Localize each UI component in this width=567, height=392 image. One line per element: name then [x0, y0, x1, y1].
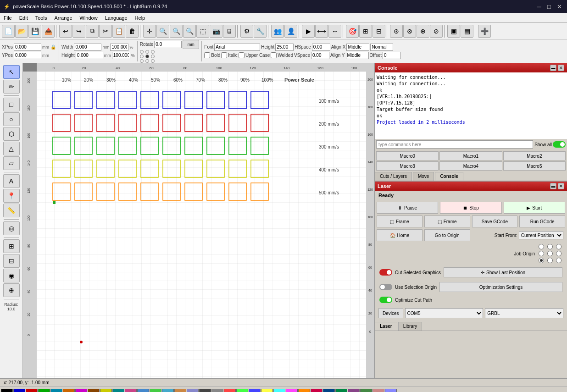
pivot-br[interactable]	[151, 59, 155, 63]
xpos-input[interactable]	[14, 44, 41, 51]
optimize-toggle[interactable]	[379, 297, 392, 303]
menu-language[interactable]: Language	[101, 13, 131, 23]
ellipse-tool[interactable]: ○	[3, 112, 20, 126]
palette-item-22[interactable]: 22	[273, 389, 285, 392]
copy-button[interactable]: ⧉	[86, 25, 99, 38]
grbl-select[interactable]: GRBL	[485, 308, 563, 318]
monitor-button[interactable]: 🖥	[223, 25, 236, 38]
vspace-input[interactable]	[311, 52, 329, 59]
console-input[interactable]	[376, 140, 533, 149]
select-tool[interactable]: ↖	[3, 65, 20, 79]
bold-check[interactable]	[204, 52, 210, 58]
palette-item-23[interactable]: 23	[286, 389, 298, 392]
hspace-input[interactable]	[312, 44, 330, 51]
console-minimize-btn[interactable]: ▬	[550, 65, 556, 71]
macro-0-btn[interactable]: Macro0	[376, 151, 439, 160]
home-button[interactable]: 🏠 Home	[377, 229, 422, 241]
palette-item-09[interactable]: 09	[112, 389, 124, 392]
export-button[interactable]: 📤	[42, 25, 55, 38]
palette-item-14[interactable]: 14	[174, 389, 186, 392]
console-close-btn[interactable]: ✕	[558, 65, 564, 71]
origin-mr[interactable]	[556, 251, 561, 256]
drawing-canvas[interactable]: 10% 20% 30% 40% 50% 60% 70% 80% 90% 100%…	[37, 72, 374, 378]
node4-button[interactable]: ⊘	[430, 25, 443, 38]
menu-help[interactable]: Help	[131, 13, 149, 23]
open-button[interactable]: 📂	[15, 25, 28, 38]
upper-check[interactable]	[239, 52, 245, 58]
camera-button[interactable]: 📷	[210, 25, 222, 38]
pivot-mc[interactable]	[145, 55, 149, 58]
palette-item-11[interactable]: 11	[137, 389, 149, 392]
undo-button[interactable]: ↩	[59, 25, 72, 38]
pivot-ml[interactable]	[140, 55, 144, 58]
align-tool[interactable]: ⊕	[3, 283, 20, 297]
node1-button[interactable]: ⊛	[390, 25, 403, 38]
align-x-input[interactable]	[346, 44, 369, 51]
palette-item-05[interactable]: 05	[63, 389, 75, 392]
palette-item-21[interactable]: 21	[261, 389, 273, 392]
origin-tr[interactable]	[556, 244, 561, 249]
frame-1-button[interactable]: ⬚ Frame	[377, 215, 422, 227]
normal-input[interactable]	[370, 44, 393, 51]
show-all-toggle[interactable]	[553, 141, 566, 148]
layer-tool[interactable]: ⊞	[3, 239, 20, 253]
optimization-button[interactable]: Optimization Settings	[439, 282, 562, 292]
pivot-bl[interactable]	[140, 59, 144, 63]
palette-item-03[interactable]: 03	[38, 389, 50, 392]
palette-item-29[interactable]: 29	[360, 389, 372, 392]
palette-item-26[interactable]: 26	[323, 389, 335, 392]
macro-5-btn[interactable]: Macro5	[503, 161, 566, 171]
palette-item-00[interactable]: 00	[1, 389, 13, 392]
pivot-tr[interactable]	[151, 50, 155, 54]
smooth-tool[interactable]: ◉	[3, 269, 20, 282]
pause-button[interactable]: ⏸ Pause	[377, 202, 438, 214]
offset-input[interactable]	[383, 52, 401, 59]
maximize-button[interactable]: □	[545, 2, 553, 11]
tab-laser[interactable]: Laser	[375, 322, 397, 331]
palette-item-T1[interactable]: T1	[372, 389, 384, 392]
canvas-content[interactable]: 10% 20% 30% 40% 50% 60% 70% 80% 90% 100%…	[37, 72, 374, 378]
zoom-fit-button[interactable]: 🔍	[156, 25, 169, 38]
go-origin-button[interactable]: Go to Origin	[424, 229, 470, 241]
palette-item-28[interactable]: 28	[348, 389, 360, 392]
path-flip-button[interactable]: ⟷	[315, 25, 328, 38]
move-button[interactable]: ✛	[143, 25, 156, 38]
draw-tool[interactable]: ✏	[3, 80, 20, 94]
rect-tool[interactable]: □	[3, 98, 20, 111]
palette-item-13[interactable]: 13	[162, 389, 174, 392]
pivot-tc[interactable]	[145, 50, 149, 54]
palette-item-24[interactable]: 24	[298, 389, 310, 392]
palette-item-04[interactable]: 04	[50, 389, 62, 392]
palette-item-10[interactable]: 10	[125, 389, 137, 392]
pivot-bc[interactable]	[145, 59, 149, 63]
menu-arrange[interactable]: Arrange	[50, 13, 76, 23]
circle-tool[interactable]: ◎	[3, 221, 20, 235]
paste-button[interactable]: 📋	[112, 25, 125, 38]
menu-tools[interactable]: Tools	[32, 13, 51, 23]
pivot-tl[interactable]	[140, 50, 144, 54]
palette-item-25[interactable]: 25	[311, 389, 322, 392]
polygon-tool[interactable]: ⬡	[3, 127, 20, 141]
run-gcode-button[interactable]: Run GCode	[519, 215, 565, 227]
palette-item-T2[interactable]: T2	[385, 389, 397, 392]
palette-item-08[interactable]: 08	[100, 389, 112, 392]
macro-2-btn[interactable]: Macro2	[503, 151, 566, 160]
palette-item-01[interactable]: 01	[13, 389, 25, 392]
cut-button[interactable]: ✂	[99, 25, 112, 38]
close-button[interactable]: ✕	[555, 2, 563, 11]
start-button[interactable]: ▶ Start	[504, 202, 565, 214]
origin-bl[interactable]	[539, 258, 544, 263]
laser-close-btn[interactable]: ✕	[558, 183, 564, 189]
origin-ml[interactable]	[539, 251, 544, 256]
com-select[interactable]: COM5	[405, 308, 484, 318]
origin-bc[interactable]	[547, 258, 553, 263]
origin-mc[interactable]	[547, 251, 553, 256]
cut-selected-toggle[interactable]	[379, 269, 392, 276]
parallelogram-tool[interactable]: ▱	[3, 156, 20, 170]
tab-move[interactable]: Move	[413, 172, 434, 181]
devices-button[interactable]: Devices	[378, 308, 403, 318]
node2-button[interactable]: ⊗	[403, 25, 416, 38]
node3-button[interactable]: ⊕	[417, 25, 429, 38]
zoom-out-button[interactable]: 🔍	[183, 25, 196, 38]
tab-library[interactable]: Library	[398, 322, 422, 331]
